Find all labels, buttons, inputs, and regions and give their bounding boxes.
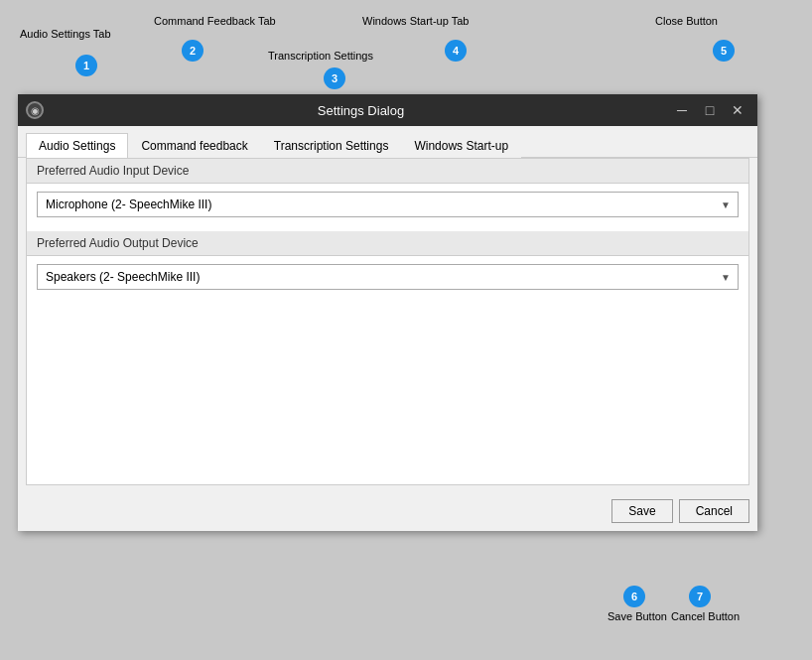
audio-output-select[interactable]: Speakers (2- SpeechMike III) Default Spe… [37, 264, 739, 290]
bubble-2: 2 [182, 40, 203, 62]
dialog-title: Settings Dialog [52, 103, 670, 118]
audio-output-header: Preferred Audio Output Device [27, 231, 748, 256]
audio-input-dropdown-wrapper: Microphone (2- SpeechMike III) Default M… [37, 192, 739, 217]
save-button[interactable]: Save [611, 499, 672, 523]
audio-input-header: Preferred Audio Input Device [27, 159, 748, 184]
annotation-label-3: Transcription Settings [268, 50, 373, 62]
app-icon [26, 101, 44, 119]
annotation-label-7: Cancel Button [671, 610, 740, 622]
annotation-label-1: Audio Settings Tab [20, 28, 111, 40]
annotation-label-6: Save Button [608, 610, 667, 622]
minimize-button[interactable]: ─ [670, 98, 694, 122]
audio-output-dropdown-wrapper: Speakers (2- SpeechMike III) Default Spe… [37, 264, 739, 290]
close-button[interactable]: ✕ [726, 98, 749, 122]
annotation-label-5: Close Button [655, 15, 718, 27]
bubble-1: 1 [75, 55, 97, 76]
bubble-5: 5 [713, 40, 735, 62]
tab-windows-startup[interactable]: Windows Start-up [401, 133, 521, 158]
audio-input-select[interactable]: Microphone (2- SpeechMike III) Default M… [37, 192, 739, 217]
tab-command-feedback[interactable]: Command feedback [128, 133, 260, 158]
audio-output-body: Speakers (2- SpeechMike III) Default Spe… [27, 256, 748, 298]
title-bar: Settings Dialog ─ □ ✕ [18, 94, 757, 126]
settings-dialog: Settings Dialog ─ □ ✕ Audio Settings Com… [18, 94, 757, 531]
bubble-4: 4 [445, 40, 467, 62]
annotation-label-2: Command Feedback Tab [154, 15, 276, 27]
bubble-7: 7 [689, 586, 711, 607]
bubble-3: 3 [324, 67, 345, 89]
annotation-label-4: Windows Start-up Tab [362, 15, 469, 27]
bubble-6: 6 [623, 586, 645, 607]
tab-transcription-settings[interactable]: Transcription Settings [261, 133, 402, 158]
content-area: Preferred Audio Input Device Microphone … [26, 158, 749, 485]
dialog-body: Audio Settings Command feedback Transcri… [18, 126, 757, 531]
tab-audio-settings[interactable]: Audio Settings [26, 133, 128, 158]
window-controls: ─ □ ✕ [670, 98, 749, 122]
dialog-footer: Save Cancel [18, 493, 757, 531]
maximize-button[interactable]: □ [698, 98, 722, 122]
tab-bar: Audio Settings Command feedback Transcri… [18, 126, 757, 158]
audio-input-body: Microphone (2- SpeechMike III) Default M… [27, 184, 748, 225]
cancel-button[interactable]: Cancel [679, 499, 749, 523]
